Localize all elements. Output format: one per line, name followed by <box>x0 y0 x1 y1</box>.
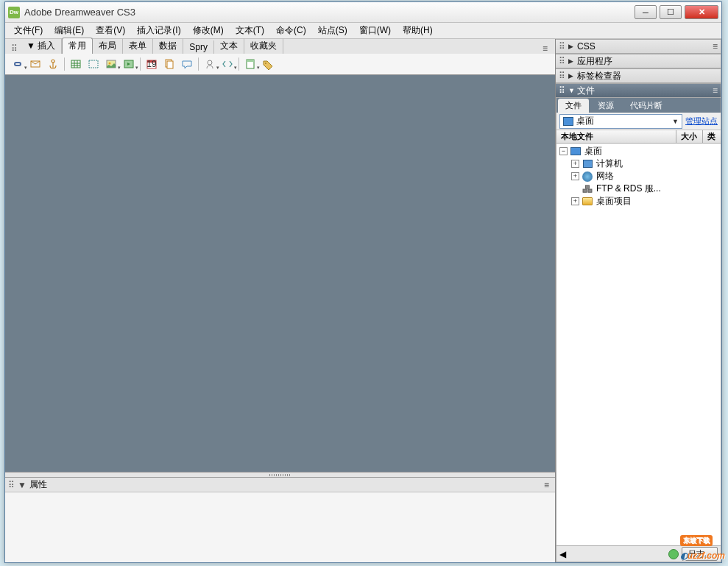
svg-rect-19 <box>583 189 587 192</box>
insert-tab-data[interactable]: 数据 <box>153 38 183 54</box>
panel-handle-icon[interactable]: ⠿ <box>559 41 565 52</box>
menubar: 文件(F) 编辑(E) 查看(V) 插入记录(I) 修改(M) 文本(T) 命令… <box>5 23 721 39</box>
script-icon[interactable]: ▾ <box>219 56 236 72</box>
svg-rect-14 <box>167 61 173 68</box>
files-tab-files[interactable]: 文件 <box>558 99 589 113</box>
props-collapse-icon[interactable]: ▼ <box>18 480 26 490</box>
expand-icon[interactable]: ▶ <box>568 72 574 79</box>
tree-item-desktop-items[interactable]: + 桌面项目 <box>556 195 721 208</box>
templates-icon[interactable]: ▾ <box>242 56 258 72</box>
site-selected-label: 桌面 <box>576 115 594 127</box>
tree-item-computer[interactable]: + 计算机 <box>556 158 721 170</box>
head-icon[interactable]: ▾ <box>202 56 218 72</box>
expand-icon[interactable]: ▶ <box>568 57 574 65</box>
collapse-icon[interactable]: ▼ <box>568 87 574 94</box>
titlebar[interactable]: Dw Adobe Dreamweaver CS3 ─ ☐ ✕ <box>5 2 721 23</box>
menu-insert[interactable]: 插入记录(I) <box>131 23 186 38</box>
tree-item-network[interactable]: + 网络 <box>556 170 721 183</box>
panel-menu-icon[interactable]: ≡ <box>713 85 718 96</box>
spacer <box>571 185 579 193</box>
props-title: 属性 <box>29 478 47 491</box>
date-icon[interactable]: 19 <box>144 56 160 72</box>
app-title: Adobe Dreamweaver CS3 <box>24 7 635 18</box>
scroll-left-icon[interactable]: ◀ <box>559 549 566 559</box>
document-workspace <box>5 75 555 472</box>
tag-chooser-icon[interactable] <box>260 56 276 72</box>
file-list-header: 本地文件 大小 类 <box>556 130 721 144</box>
menu-site[interactable]: 站点(S) <box>312 23 353 38</box>
props-menu-icon[interactable]: ≡ <box>541 480 552 490</box>
close-button[interactable]: ✕ <box>685 5 718 19</box>
table-icon[interactable] <box>68 56 84 72</box>
col-type[interactable]: 类 <box>703 130 721 143</box>
css-panel-title: CSS <box>577 41 596 52</box>
panel-handle-icon[interactable]: ⠿ <box>559 71 565 81</box>
tree-root-desktop[interactable]: − 桌面 <box>556 145 721 158</box>
hyperlink-icon[interactable]: ▾ <box>10 56 26 72</box>
comment-icon[interactable] <box>179 56 195 72</box>
manage-sites-link[interactable]: 管理站点 <box>685 116 718 127</box>
server-include-icon[interactable] <box>161 56 177 72</box>
files-panel-title: 文件 <box>577 85 595 97</box>
insert-tab-common[interactable]: 常用 <box>62 38 93 54</box>
expand-icon[interactable]: ▶ <box>568 43 574 50</box>
app-window: Dw Adobe Dreamweaver CS3 ─ ☐ ✕ 文件(F) 编辑(… <box>4 1 722 563</box>
panel-handle-icon[interactable]: ⠿ <box>559 56 565 66</box>
tree-item-ftp[interactable]: FTP & RDS 服... <box>556 183 721 195</box>
insert-tab-favorites[interactable]: 收藏夹 <box>244 38 283 54</box>
menu-view[interactable]: 查看(V) <box>90 23 131 38</box>
insert-tab-text[interactable]: 文本 <box>214 38 244 54</box>
menu-text[interactable]: 文本(T) <box>230 23 270 38</box>
files-status-bar: ◀ 日志... <box>556 545 721 562</box>
files-tab-assets[interactable]: 资源 <box>590 99 621 113</box>
computer-icon <box>582 159 593 169</box>
panel-drag-handle[interactable] <box>5 472 555 478</box>
insert-tab-forms[interactable]: 表单 <box>123 38 153 54</box>
monitor-icon <box>563 117 573 126</box>
css-panel-header[interactable]: ⠿ ▶ CSS ≡ <box>556 39 721 54</box>
menu-window[interactable]: 窗口(W) <box>353 23 397 38</box>
insert-menu-icon[interactable]: ≡ <box>538 43 552 54</box>
maximize-button[interactable]: ☐ <box>660 5 682 19</box>
right-panels: ⠿ ▶ CSS ≡ ⠿ ▶ 应用程序 ⠿ ▶ 标签检查器 ⠿ ▼ 文件 ≡ <box>556 39 721 562</box>
panel-menu-icon[interactable]: ≡ <box>713 41 718 52</box>
log-button[interactable]: 日志... <box>682 547 718 561</box>
expand-box-icon[interactable]: + <box>571 160 579 168</box>
insert-label[interactable]: ▼ 插入 <box>21 38 62 54</box>
svg-text:19: 19 <box>146 59 157 69</box>
menu-help[interactable]: 帮助(H) <box>397 23 439 38</box>
site-dropdown[interactable]: 桌面 ▼ <box>559 114 682 129</box>
image-icon[interactable]: ▾ <box>103 56 119 72</box>
properties-panel: ⠿ ▼ 属性 ≡ <box>5 478 555 562</box>
files-tab-snippets[interactable]: 代码片断 <box>623 99 670 113</box>
files-panel-header[interactable]: ⠿ ▼ 文件 ≡ <box>556 83 721 98</box>
menu-file[interactable]: 文件(F) <box>8 23 49 38</box>
menu-commands[interactable]: 命令(C) <box>270 23 312 38</box>
email-link-icon[interactable] <box>27 56 43 72</box>
insert-tab-spry[interactable]: Spry <box>183 40 214 54</box>
div-icon[interactable] <box>85 56 102 72</box>
expand-box-icon[interactable]: + <box>571 172 579 180</box>
collapse-box-icon[interactable]: − <box>559 147 568 155</box>
col-size[interactable]: 大小 <box>676 130 703 143</box>
insert-tab-layout[interactable]: 布局 <box>93 38 123 54</box>
apps-panel-header[interactable]: ⠿ ▶ 应用程序 <box>556 54 721 68</box>
col-local-files[interactable]: 本地文件 <box>556 130 676 143</box>
svg-rect-17 <box>247 60 254 62</box>
h-scrollbar[interactable] <box>569 548 665 560</box>
ready-status-icon <box>668 549 679 559</box>
separator <box>140 57 141 71</box>
dropdown-icon: ▼ <box>672 118 679 125</box>
tags-panel-header[interactable]: ⠿ ▶ 标签检查器 <box>556 68 721 83</box>
insert-handle-icon[interactable]: ⠿ <box>8 43 21 54</box>
expand-box-icon[interactable]: + <box>571 197 579 205</box>
media-icon[interactable]: ▾ <box>121 56 137 72</box>
tree-label: 网络 <box>596 170 614 183</box>
svg-point-18 <box>265 63 266 64</box>
menu-modify[interactable]: 修改(M) <box>187 23 230 38</box>
menu-edit[interactable]: 编辑(E) <box>49 23 90 38</box>
props-handle-icon[interactable]: ⠿ <box>8 480 15 490</box>
panel-handle-icon[interactable]: ⠿ <box>559 85 565 96</box>
named-anchor-icon[interactable] <box>45 56 61 72</box>
minimize-button[interactable]: ─ <box>635 5 657 19</box>
